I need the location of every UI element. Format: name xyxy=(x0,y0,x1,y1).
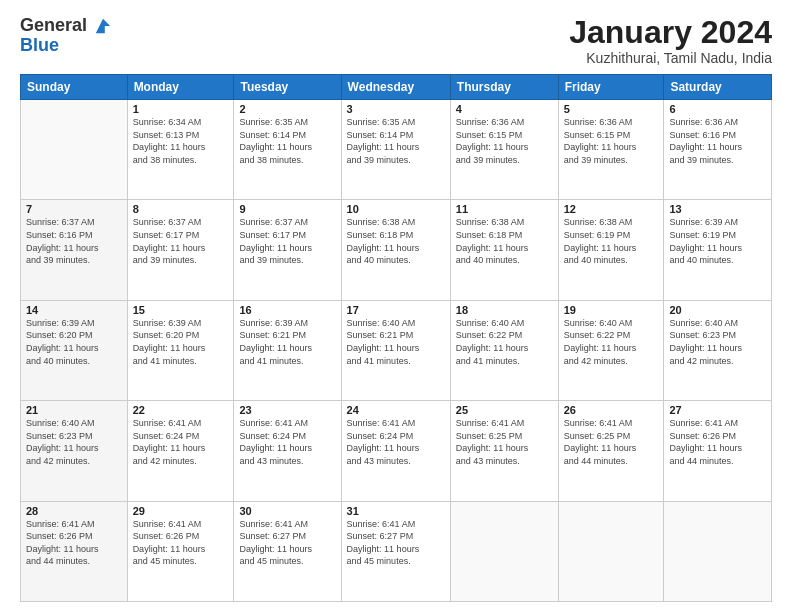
weekday-header: Monday xyxy=(127,75,234,100)
day-info: Sunrise: 6:38 AM Sunset: 6:19 PM Dayligh… xyxy=(564,216,659,266)
calendar-cell xyxy=(664,501,772,601)
logo-blue: Blue xyxy=(20,36,112,56)
calendar-header-row: SundayMondayTuesdayWednesdayThursdayFrid… xyxy=(21,75,772,100)
day-info: Sunrise: 6:35 AM Sunset: 6:14 PM Dayligh… xyxy=(239,116,335,166)
calendar-cell: 23Sunrise: 6:41 AM Sunset: 6:24 PM Dayli… xyxy=(234,401,341,501)
svg-marker-0 xyxy=(96,19,110,33)
calendar-week-row: 1Sunrise: 6:34 AM Sunset: 6:13 PM Daylig… xyxy=(21,100,772,200)
calendar-cell: 15Sunrise: 6:39 AM Sunset: 6:20 PM Dayli… xyxy=(127,300,234,400)
calendar-cell: 1Sunrise: 6:34 AM Sunset: 6:13 PM Daylig… xyxy=(127,100,234,200)
calendar-subtitle: Kuzhithurai, Tamil Nadu, India xyxy=(569,50,772,66)
day-info: Sunrise: 6:40 AM Sunset: 6:22 PM Dayligh… xyxy=(456,317,553,367)
day-info: Sunrise: 6:39 AM Sunset: 6:21 PM Dayligh… xyxy=(239,317,335,367)
day-number: 22 xyxy=(133,404,229,416)
weekday-header: Saturday xyxy=(664,75,772,100)
logo-icon xyxy=(94,17,112,35)
day-number: 15 xyxy=(133,304,229,316)
day-number: 30 xyxy=(239,505,335,517)
day-number: 11 xyxy=(456,203,553,215)
calendar-cell: 2Sunrise: 6:35 AM Sunset: 6:14 PM Daylig… xyxy=(234,100,341,200)
day-number: 16 xyxy=(239,304,335,316)
day-number: 25 xyxy=(456,404,553,416)
calendar-cell: 6Sunrise: 6:36 AM Sunset: 6:16 PM Daylig… xyxy=(664,100,772,200)
day-info: Sunrise: 6:39 AM Sunset: 6:20 PM Dayligh… xyxy=(26,317,122,367)
calendar-cell: 18Sunrise: 6:40 AM Sunset: 6:22 PM Dayli… xyxy=(450,300,558,400)
day-number: 19 xyxy=(564,304,659,316)
calendar-cell xyxy=(21,100,128,200)
day-info: Sunrise: 6:41 AM Sunset: 6:26 PM Dayligh… xyxy=(133,518,229,568)
calendar-cell: 28Sunrise: 6:41 AM Sunset: 6:26 PM Dayli… xyxy=(21,501,128,601)
day-info: Sunrise: 6:36 AM Sunset: 6:15 PM Dayligh… xyxy=(456,116,553,166)
day-info: Sunrise: 6:37 AM Sunset: 6:17 PM Dayligh… xyxy=(239,216,335,266)
day-info: Sunrise: 6:38 AM Sunset: 6:18 PM Dayligh… xyxy=(347,216,445,266)
day-number: 23 xyxy=(239,404,335,416)
calendar-cell: 29Sunrise: 6:41 AM Sunset: 6:26 PM Dayli… xyxy=(127,501,234,601)
day-number: 28 xyxy=(26,505,122,517)
logo: General Blue xyxy=(20,16,112,56)
calendar-cell: 30Sunrise: 6:41 AM Sunset: 6:27 PM Dayli… xyxy=(234,501,341,601)
weekday-header: Thursday xyxy=(450,75,558,100)
day-info: Sunrise: 6:41 AM Sunset: 6:26 PM Dayligh… xyxy=(669,417,766,467)
day-number: 8 xyxy=(133,203,229,215)
header: General Blue January 2024 Kuzhithurai, T… xyxy=(20,16,772,66)
day-number: 2 xyxy=(239,103,335,115)
calendar-table: SundayMondayTuesdayWednesdayThursdayFrid… xyxy=(20,74,772,602)
calendar-cell: 12Sunrise: 6:38 AM Sunset: 6:19 PM Dayli… xyxy=(558,200,664,300)
day-info: Sunrise: 6:39 AM Sunset: 6:20 PM Dayligh… xyxy=(133,317,229,367)
calendar-week-row: 14Sunrise: 6:39 AM Sunset: 6:20 PM Dayli… xyxy=(21,300,772,400)
day-number: 29 xyxy=(133,505,229,517)
calendar-cell: 19Sunrise: 6:40 AM Sunset: 6:22 PM Dayli… xyxy=(558,300,664,400)
day-info: Sunrise: 6:41 AM Sunset: 6:25 PM Dayligh… xyxy=(456,417,553,467)
calendar-cell: 10Sunrise: 6:38 AM Sunset: 6:18 PM Dayli… xyxy=(341,200,450,300)
day-number: 17 xyxy=(347,304,445,316)
calendar-cell: 24Sunrise: 6:41 AM Sunset: 6:24 PM Dayli… xyxy=(341,401,450,501)
day-info: Sunrise: 6:34 AM Sunset: 6:13 PM Dayligh… xyxy=(133,116,229,166)
day-number: 13 xyxy=(669,203,766,215)
day-number: 10 xyxy=(347,203,445,215)
calendar-cell: 27Sunrise: 6:41 AM Sunset: 6:26 PM Dayli… xyxy=(664,401,772,501)
calendar-cell: 7Sunrise: 6:37 AM Sunset: 6:16 PM Daylig… xyxy=(21,200,128,300)
calendar-cell: 22Sunrise: 6:41 AM Sunset: 6:24 PM Dayli… xyxy=(127,401,234,501)
weekday-header: Friday xyxy=(558,75,664,100)
calendar-cell: 8Sunrise: 6:37 AM Sunset: 6:17 PM Daylig… xyxy=(127,200,234,300)
calendar-cell: 21Sunrise: 6:40 AM Sunset: 6:23 PM Dayli… xyxy=(21,401,128,501)
day-number: 7 xyxy=(26,203,122,215)
title-block: January 2024 Kuzhithurai, Tamil Nadu, In… xyxy=(569,16,772,66)
day-number: 24 xyxy=(347,404,445,416)
calendar-cell: 14Sunrise: 6:39 AM Sunset: 6:20 PM Dayli… xyxy=(21,300,128,400)
day-number: 6 xyxy=(669,103,766,115)
logo-general: General xyxy=(20,16,112,36)
day-info: Sunrise: 6:35 AM Sunset: 6:14 PM Dayligh… xyxy=(347,116,445,166)
day-number: 4 xyxy=(456,103,553,115)
day-number: 20 xyxy=(669,304,766,316)
calendar-title: January 2024 xyxy=(569,16,772,48)
calendar-cell: 13Sunrise: 6:39 AM Sunset: 6:19 PM Dayli… xyxy=(664,200,772,300)
day-info: Sunrise: 6:37 AM Sunset: 6:16 PM Dayligh… xyxy=(26,216,122,266)
day-info: Sunrise: 6:38 AM Sunset: 6:18 PM Dayligh… xyxy=(456,216,553,266)
day-number: 5 xyxy=(564,103,659,115)
day-info: Sunrise: 6:37 AM Sunset: 6:17 PM Dayligh… xyxy=(133,216,229,266)
calendar-week-row: 7Sunrise: 6:37 AM Sunset: 6:16 PM Daylig… xyxy=(21,200,772,300)
calendar-cell: 11Sunrise: 6:38 AM Sunset: 6:18 PM Dayli… xyxy=(450,200,558,300)
day-info: Sunrise: 6:41 AM Sunset: 6:24 PM Dayligh… xyxy=(133,417,229,467)
day-info: Sunrise: 6:40 AM Sunset: 6:23 PM Dayligh… xyxy=(669,317,766,367)
calendar-cell: 4Sunrise: 6:36 AM Sunset: 6:15 PM Daylig… xyxy=(450,100,558,200)
day-info: Sunrise: 6:41 AM Sunset: 6:27 PM Dayligh… xyxy=(239,518,335,568)
day-info: Sunrise: 6:41 AM Sunset: 6:24 PM Dayligh… xyxy=(347,417,445,467)
day-info: Sunrise: 6:39 AM Sunset: 6:19 PM Dayligh… xyxy=(669,216,766,266)
calendar-cell: 25Sunrise: 6:41 AM Sunset: 6:25 PM Dayli… xyxy=(450,401,558,501)
day-info: Sunrise: 6:40 AM Sunset: 6:23 PM Dayligh… xyxy=(26,417,122,467)
day-info: Sunrise: 6:41 AM Sunset: 6:27 PM Dayligh… xyxy=(347,518,445,568)
day-info: Sunrise: 6:40 AM Sunset: 6:21 PM Dayligh… xyxy=(347,317,445,367)
day-number: 12 xyxy=(564,203,659,215)
day-number: 1 xyxy=(133,103,229,115)
calendar-cell: 16Sunrise: 6:39 AM Sunset: 6:21 PM Dayli… xyxy=(234,300,341,400)
day-number: 27 xyxy=(669,404,766,416)
calendar-cell: 31Sunrise: 6:41 AM Sunset: 6:27 PM Dayli… xyxy=(341,501,450,601)
calendar-cell: 9Sunrise: 6:37 AM Sunset: 6:17 PM Daylig… xyxy=(234,200,341,300)
day-info: Sunrise: 6:41 AM Sunset: 6:26 PM Dayligh… xyxy=(26,518,122,568)
calendar-cell: 20Sunrise: 6:40 AM Sunset: 6:23 PM Dayli… xyxy=(664,300,772,400)
day-number: 26 xyxy=(564,404,659,416)
day-number: 3 xyxy=(347,103,445,115)
day-info: Sunrise: 6:41 AM Sunset: 6:24 PM Dayligh… xyxy=(239,417,335,467)
